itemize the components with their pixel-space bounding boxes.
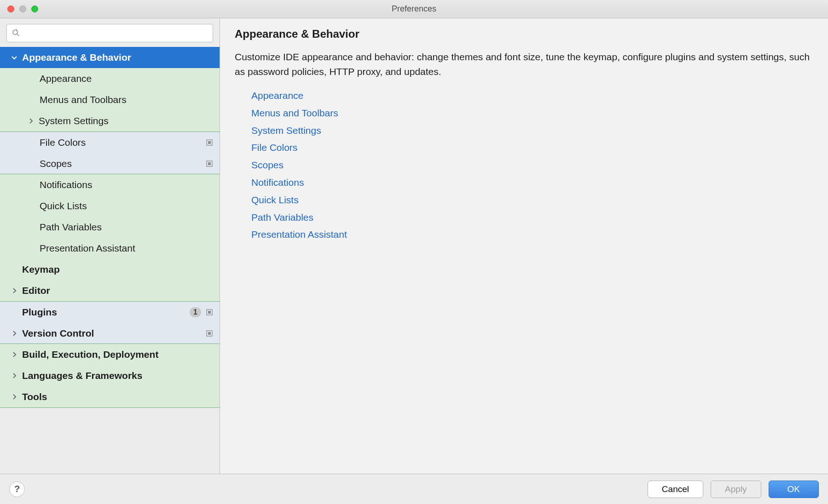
chevron-right-icon xyxy=(10,372,18,379)
link-notifications[interactable]: Notifications xyxy=(251,174,813,191)
tree-item-languages[interactable]: Languages & Frameworks xyxy=(0,365,220,386)
tree-label: File Colors xyxy=(40,137,86,148)
project-level-icon xyxy=(206,309,213,316)
project-level-icon xyxy=(206,330,213,337)
sidebar: Appearance & Behavior Appearance Menus a… xyxy=(0,18,220,474)
link-path-variables[interactable]: Path Variables xyxy=(251,209,813,226)
titlebar: Preferences xyxy=(0,0,828,18)
tree-label: Editor xyxy=(22,285,50,296)
search-input[interactable] xyxy=(21,29,208,38)
tree-label: Quick Lists xyxy=(40,200,87,212)
tree-label: Keymap xyxy=(22,264,60,275)
project-level-icon xyxy=(206,139,213,146)
svg-rect-9 xyxy=(208,332,211,335)
tree-item-editor[interactable]: Editor xyxy=(0,280,220,301)
tree-item-appearance[interactable]: Appearance xyxy=(0,68,220,89)
tree-item-system-settings[interactable]: System Settings xyxy=(0,110,220,132)
window-title: Preferences xyxy=(392,4,436,14)
search-icon xyxy=(12,29,21,38)
ok-button[interactable]: OK xyxy=(769,481,819,498)
link-scopes[interactable]: Scopes xyxy=(251,156,813,174)
tree-label: Version Control xyxy=(22,328,94,339)
page-description: Customize IDE appearance and behavior: c… xyxy=(235,50,813,79)
tree-label: Menus and Toolbars xyxy=(40,94,127,105)
tree-label: Presentation Assistant xyxy=(40,243,135,254)
help-icon: ? xyxy=(14,484,20,494)
tree-item-tools[interactable]: Tools xyxy=(0,386,220,407)
dialog-footer: ? Cancel Apply OK xyxy=(0,474,828,504)
apply-button[interactable]: Apply xyxy=(711,481,761,498)
tree-item-presentation-assistant[interactable]: Presentation Assistant xyxy=(0,238,220,259)
link-system-settings[interactable]: System Settings xyxy=(251,122,813,139)
tree-item-plugins[interactable]: Plugins 1 xyxy=(0,302,220,323)
help-button[interactable]: ? xyxy=(9,481,25,497)
chevron-right-icon xyxy=(10,330,18,337)
chevron-right-icon xyxy=(10,287,18,294)
tree-label: Plugins xyxy=(22,307,57,318)
link-menus-toolbars[interactable]: Menus and Toolbars xyxy=(251,104,813,122)
cancel-button[interactable]: Cancel xyxy=(648,481,703,498)
tree-item-keymap[interactable]: Keymap xyxy=(0,259,220,280)
window-maximize-button[interactable] xyxy=(31,6,38,12)
tree-label: System Settings xyxy=(39,115,109,126)
link-file-colors[interactable]: File Colors xyxy=(251,139,813,156)
tree-item-scopes[interactable]: Scopes xyxy=(0,153,220,174)
link-presentation-assistant[interactable]: Presentation Assistant xyxy=(251,226,813,243)
svg-rect-7 xyxy=(208,311,211,314)
svg-rect-3 xyxy=(208,141,211,144)
search-container xyxy=(0,18,220,47)
tree-label: Languages & Frameworks xyxy=(22,370,142,381)
preferences-window: Preferences Appearance & Beh xyxy=(0,0,828,504)
chevron-right-icon xyxy=(10,351,18,358)
tree-group-bottom: Build, Execution, Deployment Languages &… xyxy=(0,344,220,408)
project-level-icon xyxy=(206,160,213,167)
link-appearance[interactable]: Appearance xyxy=(251,87,813,104)
tree-label: Path Variables xyxy=(40,222,102,233)
plugins-badge: 1 xyxy=(190,307,201,317)
tree-item-menus-toolbars[interactable]: Menus and Toolbars xyxy=(0,89,220,110)
subpage-links: Appearance Menus and Toolbars System Set… xyxy=(235,87,813,243)
tree-group-appearance: Appearance & Behavior Appearance Menus a… xyxy=(0,47,220,132)
chevron-right-icon xyxy=(27,118,35,124)
link-quick-lists[interactable]: Quick Lists xyxy=(251,191,813,209)
svg-line-1 xyxy=(17,34,19,36)
tree-item-quick-lists[interactable]: Quick Lists xyxy=(0,195,220,217)
settings-tree: Appearance & Behavior Appearance Menus a… xyxy=(0,47,220,474)
tree-label: Tools xyxy=(22,391,47,402)
window-close-button[interactable] xyxy=(7,6,14,12)
tree-label: Notifications xyxy=(40,179,92,190)
window-minimize-button[interactable] xyxy=(19,6,26,12)
tree-item-file-colors[interactable]: File Colors xyxy=(0,132,220,153)
chevron-right-icon xyxy=(10,394,18,400)
tree-item-notifications[interactable]: Notifications xyxy=(0,174,220,195)
main-panel: Appearance & Behavior Customize IDE appe… xyxy=(220,18,828,474)
search-box[interactable] xyxy=(6,24,213,42)
content-area: Appearance & Behavior Appearance Menus a… xyxy=(0,18,828,474)
tree-item-version-control[interactable]: Version Control xyxy=(0,323,220,344)
tree-item-build[interactable]: Build, Execution, Deployment xyxy=(0,344,220,365)
page-title: Appearance & Behavior xyxy=(235,28,813,40)
tree-label: Appearance xyxy=(40,73,92,84)
tree-label: Build, Execution, Deployment xyxy=(22,349,158,360)
svg-rect-5 xyxy=(208,162,211,165)
chevron-down-icon xyxy=(10,54,18,61)
tree-label: Appearance & Behavior xyxy=(22,52,131,63)
tree-item-path-variables[interactable]: Path Variables xyxy=(0,217,220,238)
tree-group-mid: Notifications Quick Lists Path Variables… xyxy=(0,174,220,302)
tree-label: Scopes xyxy=(40,158,72,169)
tree-item-appearance-behavior[interactable]: Appearance & Behavior xyxy=(0,47,220,68)
window-controls xyxy=(7,6,38,12)
